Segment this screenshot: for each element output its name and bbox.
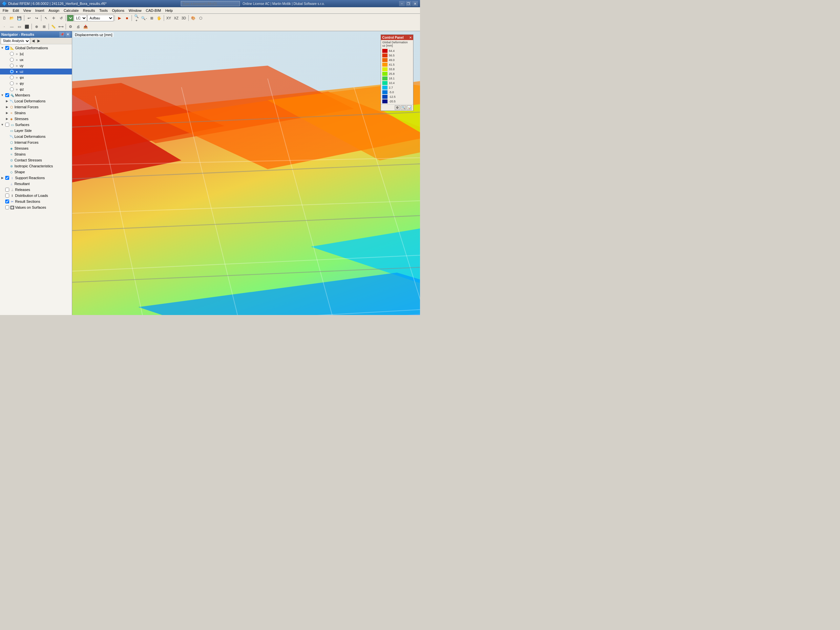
check-result-sections[interactable] <box>5 199 9 204</box>
menu-options[interactable]: Options <box>110 7 126 14</box>
check-releases[interactable] <box>5 188 9 192</box>
tree-distribution-of-loads[interactable]: ⬇ Distribution of Loads <box>0 193 72 199</box>
nav-close-btn[interactable]: ✕ <box>65 32 71 37</box>
load-case-combo[interactable]: LC2 <box>74 15 87 21</box>
tree-uy[interactable]: ○ uy <box>0 63 72 69</box>
tb-redo[interactable]: ↪ <box>33 14 40 22</box>
radio-ux[interactable] <box>10 58 14 62</box>
tb-rotate[interactable]: ↺ <box>57 14 65 22</box>
tree-surfaces-local-def[interactable]: 📉 Local Deformations <box>0 134 72 139</box>
tree-members-internal-forces[interactable]: ▶ ⬡ Internal Forces <box>0 104 72 110</box>
tb-new[interactable]: 🗋 <box>1 14 8 22</box>
tree-phiz[interactable]: ○ φz <box>0 86 72 92</box>
radio-phiy[interactable] <box>10 81 14 85</box>
menu-file[interactable]: File <box>1 7 11 14</box>
toggle-support-reactions[interactable]: ▶ <box>0 175 5 180</box>
menu-assign[interactable]: Assign <box>47 7 62 14</box>
tree-phiy[interactable]: ○ φy <box>0 81 72 86</box>
tree-surfaces-stresses[interactable]: ◈ Stresses <box>0 145 72 151</box>
tb-view-xz[interactable]: XZ <box>172 14 180 22</box>
menu-calculate[interactable]: Calculate <box>62 7 81 14</box>
tb-move[interactable]: ✛ <box>50 14 57 22</box>
tree-surfaces-contact-stresses[interactable]: ⊙ Contact Stresses <box>0 157 72 163</box>
radio-uz[interactable] <box>10 69 14 74</box>
cp-zoom-btn[interactable]: 🔍 <box>401 105 406 110</box>
tree-surfaces-internal-forces[interactable]: ⬡ Internal Forces <box>0 139 72 145</box>
tb-render[interactable]: 🎨 <box>189 14 197 22</box>
tb-display-settings[interactable]: ⚙ <box>67 23 74 30</box>
menu-cad-bim[interactable]: CAD-BIM <box>144 7 163 14</box>
tb-view-3d[interactable]: 3D <box>180 14 187 22</box>
tree-uz[interactable]: ● uz <box>0 69 72 74</box>
radio-phiz[interactable] <box>10 87 14 91</box>
tree-values-on-surfaces[interactable]: 🔲 Values on Surfaces <box>0 204 72 210</box>
toggle-m-strains[interactable]: ▶ <box>5 111 9 115</box>
toggle-surfaces[interactable]: ▼ <box>0 122 5 127</box>
tb-measure[interactable]: 📏 <box>50 23 57 30</box>
nav-prev-btn[interactable]: ◀ <box>30 38 36 45</box>
tb-zoom-out[interactable]: 🔍- <box>141 14 148 22</box>
cp-close-btn[interactable]: ✕ <box>409 36 412 39</box>
check-values-surfaces[interactable] <box>5 205 9 209</box>
tb-snap[interactable]: ⊕ <box>33 23 40 30</box>
tb-grid[interactable]: ⊞ <box>40 23 47 30</box>
tb-stop[interactable]: ■ <box>123 14 131 22</box>
tree-phix[interactable]: ○ φx <box>0 74 72 81</box>
tb-select[interactable]: ↖ <box>42 14 49 22</box>
tree-members-strains[interactable]: ▶ ≈ Strains <box>0 110 72 116</box>
tb-node[interactable]: · <box>1 23 8 30</box>
tree-releases[interactable]: ⊥ Releases <box>0 187 72 193</box>
tb-surface[interactable]: ▭ <box>16 23 23 30</box>
toggle-members[interactable]: ▼ <box>0 93 5 98</box>
check-members[interactable] <box>5 93 9 97</box>
restore-button[interactable]: ❐ <box>406 1 412 6</box>
nav-pin-btn[interactable]: 📌 <box>59 32 65 37</box>
tree-surfaces-shape[interactable]: ◇ Shape <box>0 169 72 175</box>
tree-surfaces[interactable]: ▼ ▭ Surfaces <box>0 122 72 128</box>
tb-run[interactable]: ▶ <box>116 14 123 22</box>
toggle-m-stresses[interactable]: ▶ <box>5 117 9 121</box>
tree-members-local-def[interactable]: ▶ 📉 Local Deformations <box>0 98 72 104</box>
menu-window[interactable]: Window <box>127 7 144 14</box>
load-case-name-combo[interactable]: Aufbau <box>87 15 114 21</box>
check-support-reactions[interactable] <box>5 176 9 180</box>
analysis-combo[interactable]: Static Analysis <box>1 38 30 44</box>
menu-insert[interactable]: Insert <box>33 7 46 14</box>
menu-tools[interactable]: Tools <box>97 7 110 14</box>
tb-zoom-all[interactable]: ⊞ <box>148 14 155 22</box>
tree-global-deformations[interactable]: ▼ 📐 Global Deformations <box>0 45 72 51</box>
load-case-type-combo[interactable]: G <box>67 15 74 21</box>
tb-zoom-in[interactable]: 🔍+ <box>133 14 140 22</box>
tree-members-stresses[interactable]: ▶ ◈ Stresses <box>0 116 72 122</box>
nav-next-btn[interactable]: ▶ <box>36 38 41 45</box>
tree-ux[interactable]: ○ ux <box>0 57 72 63</box>
tree-u-abs[interactable]: ○ |u| <box>0 51 72 57</box>
tb-view-xy[interactable]: XY <box>165 14 172 22</box>
tree-result-sections[interactable]: ✂ Result Sections <box>0 199 72 204</box>
tb-solid[interactable]: ⬛ <box>23 23 30 30</box>
tb-line[interactable]: — <box>8 23 16 30</box>
toggle-m-local[interactable]: ▶ <box>5 99 9 103</box>
menu-help[interactable]: Help <box>163 7 175 14</box>
minimize-button[interactable]: − <box>399 1 405 6</box>
toggle-global-deformations[interactable]: ▼ <box>0 46 5 50</box>
tree-surfaces-layer-side[interactable]: ▭ Layer Side <box>0 128 72 134</box>
tree-support-reactions[interactable]: ▶ ↕ Support Reactions <box>0 175 72 181</box>
menu-results[interactable]: Results <box>81 7 97 14</box>
radio-phix[interactable] <box>10 76 14 79</box>
radio-uy[interactable] <box>10 64 14 68</box>
cp-settings-btn[interactable]: ⚙ <box>395 105 400 110</box>
cp-chart-btn[interactable]: 📊 <box>407 105 412 110</box>
tree-resultant[interactable]: ⟂ Resultant <box>0 181 72 187</box>
menu-view[interactable]: View <box>21 7 33 14</box>
search-input[interactable] <box>181 1 240 6</box>
tb-wire[interactable]: ⬡ <box>197 14 204 22</box>
check-surfaces[interactable] <box>5 123 9 127</box>
check-dist-loads[interactable] <box>5 194 9 197</box>
tree-surfaces-isotropic[interactable]: ⊛ Isotropic Characteristics <box>0 163 72 169</box>
close-button[interactable]: ✕ <box>412 1 418 6</box>
tb-dimension-add[interactable]: ⟷ <box>57 23 65 30</box>
tb-undo[interactable]: ↩ <box>25 14 33 22</box>
check-global-deformations[interactable] <box>5 46 9 50</box>
tree-members[interactable]: ▼ 🔩 Members <box>0 92 72 98</box>
